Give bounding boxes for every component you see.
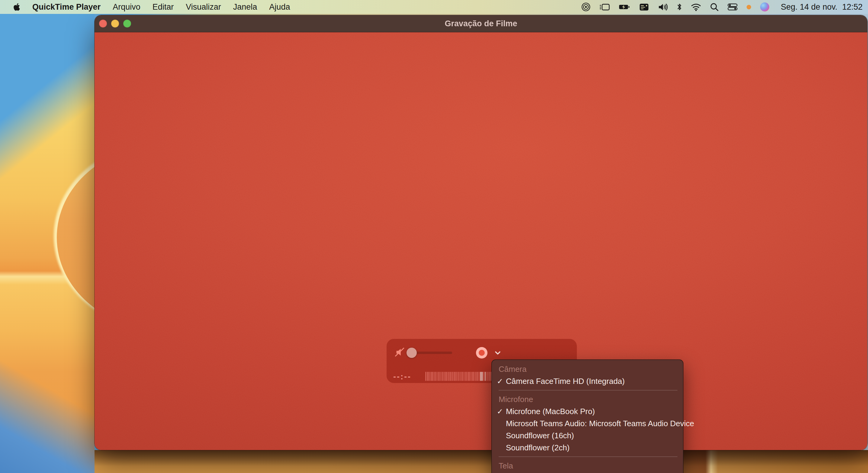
volume-icon[interactable] — [658, 3, 668, 11]
zoom-button[interactable] — [123, 20, 131, 28]
menu-bar: QuickTime Player ArquivoEditarVisualizar… — [0, 0, 868, 14]
meter-bar — [464, 372, 465, 381]
meter-bar — [432, 372, 433, 381]
menu-item-label: Câmera FaceTime HD (Integrada) — [506, 377, 625, 386]
meter-bar — [477, 372, 478, 381]
camera-noise-texture — [95, 32, 867, 450]
control-center-icon[interactable] — [727, 3, 738, 10]
siri-icon[interactable] — [760, 2, 769, 11]
meter-bar — [431, 372, 432, 381]
menu-item-soundflower-2ch[interactable]: ✓Soundflower (2ch) — [492, 442, 683, 454]
traffic-lights — [99, 20, 131, 28]
meter-bar — [473, 372, 474, 381]
meter-bar — [441, 372, 442, 381]
meter-bar — [475, 372, 476, 381]
wallpaper-sea — [0, 14, 95, 473]
wallpaper-left-strip — [0, 14, 95, 473]
menu-bar-status-area: Seg. 14 de nov. 12:52 — [581, 0, 868, 14]
display-icon[interactable] — [599, 3, 610, 11]
menu-item-label: Microfone (MacBook Pro) — [506, 407, 595, 416]
meter-bar — [468, 372, 469, 381]
wifi-icon[interactable] — [691, 3, 701, 11]
menu-item-microfone-macbook-pro[interactable]: ✓Microfone (MacBook Pro) — [492, 405, 683, 417]
meter-bar — [472, 372, 473, 381]
menubar-item-janela[interactable]: Janela — [233, 2, 257, 12]
menu-item-soundflower-16ch[interactable]: ✓Soundflower (16ch) — [492, 430, 683, 442]
close-button[interactable] — [99, 20, 107, 28]
meter-bar — [488, 372, 488, 381]
meter-bar — [489, 372, 490, 381]
meter-bar — [480, 372, 482, 381]
mute-icon[interactable] — [395, 347, 406, 357]
meter-bar — [456, 372, 457, 381]
menubar-item-editar[interactable]: Editar — [153, 2, 174, 12]
menu-divider — [499, 456, 677, 457]
volume-slider-track[interactable] — [412, 352, 452, 354]
meter-bar — [462, 372, 463, 381]
meter-bar — [454, 372, 455, 381]
meter-bar — [445, 372, 446, 381]
device-selection-menu: Câmera✓Câmera FaceTime HD (Integrada)Mic… — [491, 359, 683, 473]
meter-bar — [438, 372, 439, 381]
chevron-down-icon[interactable] — [493, 348, 502, 358]
meter-bar — [430, 372, 430, 381]
meter-bar — [427, 372, 428, 381]
menu-divider — [499, 390, 677, 390]
meter-bar — [479, 372, 480, 381]
meter-bar — [470, 372, 471, 381]
menubar-app-name[interactable]: QuickTime Player — [32, 2, 100, 12]
meter-bar — [466, 372, 467, 381]
menu-section-header-microfone: Microfone — [492, 393, 683, 405]
keyboard-input-icon[interactable] — [639, 3, 649, 11]
meter-bar — [435, 372, 436, 381]
meter-bar — [465, 372, 466, 381]
menu-item-label: Soundflower (2ch) — [506, 443, 569, 452]
window-titlebar[interactable]: Gravação de Filme — [95, 15, 867, 32]
menu-section-header-camera: Câmera — [492, 363, 683, 375]
battery-charging-icon[interactable] — [619, 4, 630, 10]
menu-item-camera-facetime-hd-integrada[interactable]: ✓Câmera FaceTime HD (Integrada) — [492, 375, 683, 387]
meter-bar — [450, 372, 450, 381]
meter-bar — [451, 372, 452, 381]
screen-mirroring-icon[interactable] — [581, 2, 590, 11]
menubar-time: 12:52 — [842, 2, 863, 12]
meter-bar — [434, 372, 435, 381]
recording-time-display: --:-- — [393, 372, 411, 381]
window-title: Gravação de Filme — [444, 19, 517, 28]
meter-bar — [459, 372, 460, 381]
menubar-clock[interactable]: Seg. 14 de nov. 12:52 — [781, 2, 863, 12]
menu-section-header-tela: Tela — [492, 460, 683, 472]
volume-slider-knob[interactable] — [406, 348, 417, 358]
meter-bar — [458, 372, 459, 381]
meter-bar — [486, 372, 487, 381]
meter-bar — [446, 372, 447, 381]
meter-bar — [482, 372, 483, 381]
minimize-button[interactable] — [111, 20, 119, 28]
menu-item-label: Microsoft Teams Audio: Microsoft Teams A… — [506, 419, 694, 428]
meter-bar — [452, 372, 453, 381]
apple-menu-icon[interactable] — [13, 3, 20, 11]
bluetooth-icon[interactable] — [677, 3, 682, 11]
meter-bar — [428, 372, 429, 381]
wallpaper-bottom-strip — [95, 450, 868, 473]
meter-bar — [425, 372, 426, 381]
meter-bar — [469, 372, 470, 381]
menubar-menus: ArquivoEditarVisualizarJanelaAjuda — [113, 2, 290, 12]
checkmark-icon: ✓ — [497, 377, 506, 386]
meter-bar — [483, 372, 484, 381]
camera-preview — [95, 32, 867, 450]
menu-item-microsoft-teams-audio-microsoft-teams-audio-device[interactable]: ✓Microsoft Teams Audio: Microsoft Teams … — [492, 417, 683, 430]
menubar-item-arquivo[interactable]: Arquivo — [113, 2, 141, 12]
menubar-item-visualizar[interactable]: Visualizar — [186, 2, 221, 12]
meter-bar — [439, 372, 440, 381]
meter-bar — [485, 372, 486, 381]
meter-bar — [455, 372, 456, 381]
spotlight-search-icon[interactable] — [710, 3, 718, 11]
mic-in-use-indicator — [747, 5, 751, 9]
menubar-item-ajuda[interactable]: Ajuda — [269, 2, 290, 12]
checkmark-icon: ✓ — [497, 407, 506, 416]
menubar-date: Seg. 14 de nov. — [781, 2, 837, 12]
record-button[interactable] — [476, 347, 488, 358]
movie-recording-window: Gravação de Filme — [95, 15, 867, 450]
menu-item-label: Soundflower (16ch) — [506, 431, 574, 440]
